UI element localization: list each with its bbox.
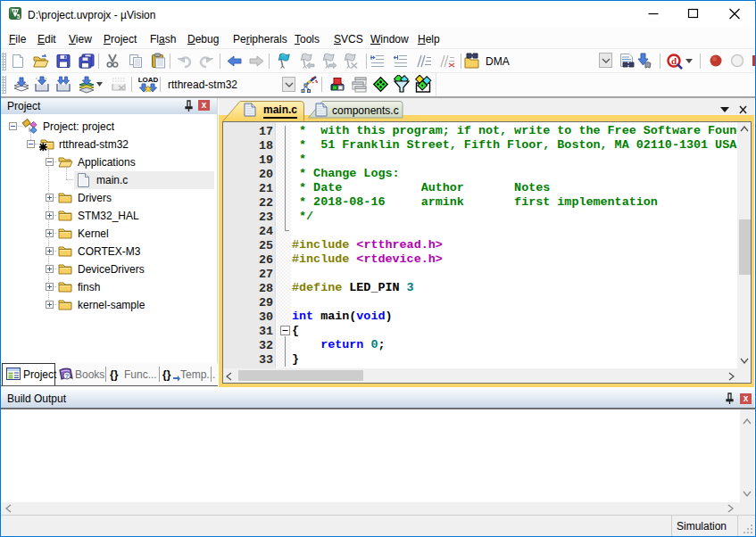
svg-text:5: 5 [17, 13, 21, 20]
svg-text:LOAD: LOAD [138, 76, 158, 84]
svg-text:d: d [671, 55, 677, 66]
svg-text:?: ? [65, 372, 70, 380]
